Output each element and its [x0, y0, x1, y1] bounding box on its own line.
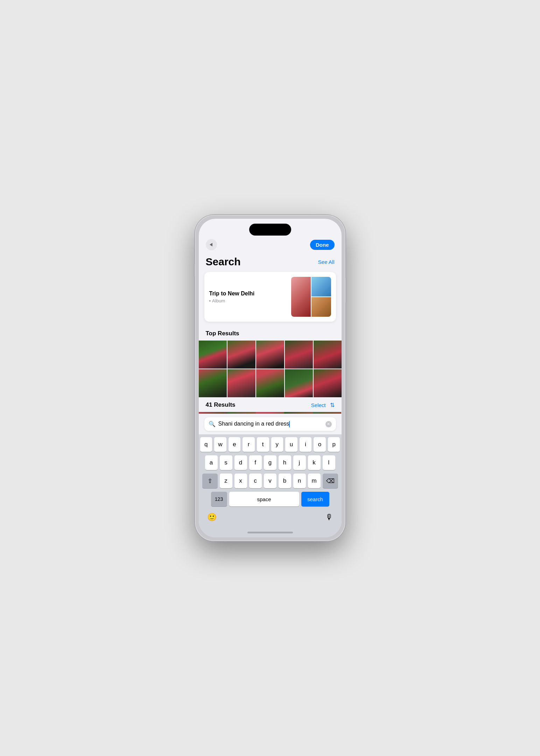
key-y[interactable]: y [271, 437, 283, 452]
album-thumb-1 [291, 277, 311, 317]
key-m[interactable]: m [308, 474, 321, 488]
scroll-content[interactable]: Search See All Trip to New Delhi ▪ Album [199, 253, 342, 414]
clear-button[interactable]: ✕ [325, 421, 332, 427]
key-h[interactable]: h [279, 455, 291, 470]
key-c[interactable]: c [249, 474, 262, 488]
top-results-label: Top Results [199, 327, 342, 341]
key-w[interactable]: w [214, 437, 226, 452]
key-p[interactable]: p [328, 437, 340, 452]
album-title: Trip to New Delhi [209, 290, 255, 297]
album-info: Trip to New Delhi ▪ Album [209, 290, 255, 303]
photo-1[interactable] [199, 341, 227, 369]
album-thumbnails [291, 277, 331, 317]
numbers-key[interactable]: 123 [211, 492, 227, 506]
photo-9[interactable] [285, 369, 313, 397]
sort-icon[interactable]: ⇅ [330, 402, 335, 408]
album-icon: ▪ [209, 298, 211, 303]
key-t[interactable]: t [257, 437, 269, 452]
results-bar: 41 Results Select ⇅ [199, 398, 342, 412]
search-bar[interactable]: 🔍 Shani dancing in a red dress ✕ [204, 417, 336, 431]
key-z[interactable]: z [220, 474, 232, 488]
phone-screen: Done Search See All Trip to New Delhi ▪ … [199, 219, 342, 537]
photo-grid-row1 [199, 341, 342, 369]
results-count: 41 Results [206, 401, 236, 408]
key-e[interactable]: e [229, 437, 241, 452]
photo-2[interactable] [227, 341, 255, 369]
key-n[interactable]: n [293, 474, 306, 488]
shift-key[interactable]: ⇧ [202, 474, 218, 488]
keyboard: q w e r t y u i o p a s d f g h j k [199, 434, 342, 527]
dynamic-island [249, 224, 291, 236]
key-k[interactable]: k [308, 455, 321, 470]
key-a[interactable]: a [205, 455, 218, 470]
search-header: Search See All [199, 253, 342, 272]
key-j[interactable]: j [293, 455, 306, 470]
photo-6[interactable] [199, 369, 227, 397]
search-bar-container: 🔍 Shani dancing in a red dress ✕ [199, 414, 342, 434]
key-q[interactable]: q [200, 437, 212, 452]
photo-grid-row2 [199, 369, 342, 397]
key-l[interactable]: l [323, 455, 335, 470]
delete-key[interactable]: ⌫ [323, 474, 338, 488]
nav-bar: Done [199, 238, 342, 253]
photo-3[interactable] [256, 341, 284, 369]
search-icon: 🔍 [209, 421, 216, 427]
key-b[interactable]: b [279, 474, 291, 488]
album-thumb-3 [311, 297, 331, 317]
photo-10[interactable] [314, 369, 342, 397]
album-thumb-2 [311, 277, 331, 296]
photo-5[interactable] [314, 341, 342, 369]
photo-8[interactable] [256, 369, 284, 397]
results-actions: Select ⇅ [311, 402, 335, 408]
photo-7[interactable] [227, 369, 255, 397]
done-button[interactable]: Done [310, 240, 335, 250]
photo-4[interactable] [285, 341, 313, 369]
phone-frame: Done Search See All Trip to New Delhi ▪ … [195, 215, 345, 541]
search-input[interactable]: Shani dancing in a red dress [218, 421, 323, 427]
key-v[interactable]: v [264, 474, 276, 488]
key-r[interactable]: r [243, 437, 255, 452]
key-d[interactable]: d [234, 455, 247, 470]
keyboard-row-3: ⇧ z x c v b n m ⌫ [200, 474, 340, 488]
microphone-key[interactable]: 🎙 [324, 511, 335, 523]
key-o[interactable]: o [314, 437, 326, 452]
home-indicator-area [199, 527, 342, 537]
back-chevron-icon [210, 243, 212, 246]
album-subtitle: ▪ Album [209, 298, 255, 303]
space-key[interactable]: space [229, 492, 299, 506]
album-card[interactable]: Trip to New Delhi ▪ Album [204, 272, 336, 322]
emoji-key[interactable]: 🙂 [206, 511, 218, 523]
key-x[interactable]: x [234, 474, 247, 488]
keyboard-row-4: 123 space search [200, 492, 340, 506]
page-title: Search [206, 256, 241, 268]
key-g[interactable]: g [264, 455, 276, 470]
keyboard-row-2: a s d f g h j k l [200, 455, 340, 470]
search-key[interactable]: search [301, 492, 329, 506]
key-i[interactable]: i [300, 437, 312, 452]
key-f[interactable]: f [249, 455, 262, 470]
select-button[interactable]: Select [311, 402, 326, 408]
text-cursor [289, 421, 290, 427]
keyboard-row-1: q w e r t y u i o p [200, 437, 340, 452]
back-button[interactable] [206, 239, 217, 250]
keyboard-bottom-bar: 🙂 🎙 [200, 510, 340, 526]
see-all-link[interactable]: See All [318, 259, 335, 265]
key-s[interactable]: s [220, 455, 232, 470]
key-u[interactable]: u [285, 437, 297, 452]
home-bar [247, 532, 293, 533]
